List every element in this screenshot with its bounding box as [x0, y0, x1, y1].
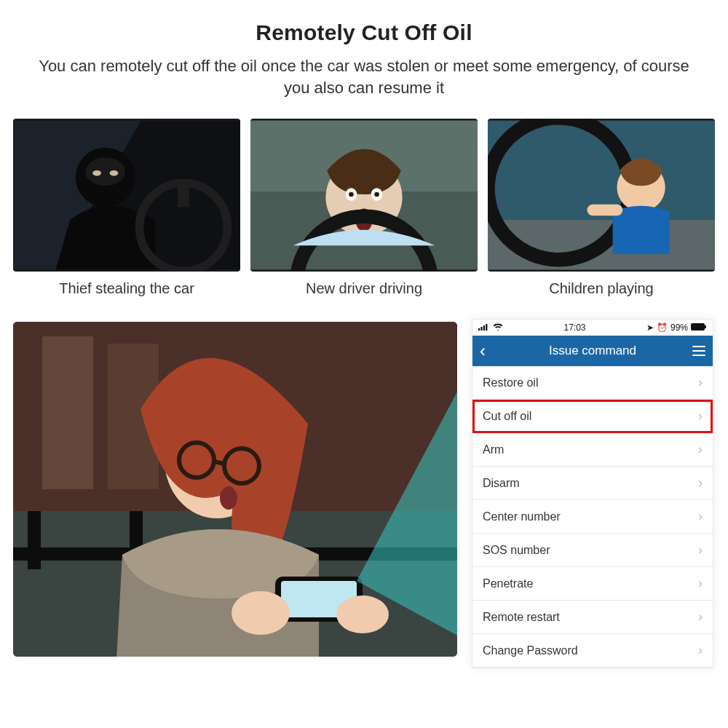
svg-point-34 [220, 486, 237, 510]
scenario-image-children [488, 119, 715, 272]
svg-rect-43 [486, 324, 487, 331]
command-row[interactable]: Remote restart› [472, 601, 713, 634]
command-row[interactable]: Restore oil› [472, 366, 713, 400]
menu-icon[interactable] [692, 346, 705, 356]
command-row[interactable]: Penetrate› [472, 567, 713, 601]
wifi-icon [493, 323, 503, 333]
scenario-card: New driver driving [250, 119, 478, 297]
svg-point-13 [349, 192, 354, 197]
chevron-right-icon: › [698, 609, 703, 625]
chevron-right-icon: › [698, 576, 703, 591]
svg-rect-27 [28, 511, 41, 569]
page-title: Remotely Cut Off Oil [0, 20, 728, 45]
command-label: Restore oil [483, 376, 538, 389]
svg-point-3 [85, 158, 125, 186]
command-label: Penetrate [483, 577, 533, 590]
command-row[interactable]: Change Password› [472, 634, 713, 668]
chevron-right-icon: › [698, 408, 703, 424]
command-list: Restore oil›Cut off oil›Arm›Disarm›Cente… [472, 366, 713, 668]
command-row[interactable]: Cut off oil› [472, 400, 713, 433]
command-row[interactable]: Disarm› [472, 467, 713, 500]
signal-icon [478, 323, 490, 333]
command-row[interactable]: Center number› [472, 500, 713, 534]
scenario-caption: Thief stealing the car [59, 280, 194, 297]
chevron-right-icon: › [698, 542, 703, 558]
scenario-row: Thief stealing the car New dri [0, 98, 728, 297]
svg-point-5 [110, 170, 119, 176]
command-label: Remote restart [483, 611, 560, 624]
svg-rect-7 [178, 186, 189, 207]
svg-point-4 [92, 170, 101, 176]
svg-rect-24 [42, 336, 93, 489]
battery-icon [691, 323, 707, 333]
navbar: ‹ Issue command [472, 336, 713, 366]
svg-point-38 [336, 596, 389, 633]
command-label: Arm [483, 443, 504, 456]
navbar-title: Issue command [549, 344, 636, 358]
battery-pct: 99% [670, 323, 688, 333]
svg-point-37 [232, 591, 290, 635]
svg-rect-21 [587, 205, 623, 216]
scenario-image-thief [13, 119, 240, 272]
svg-rect-40 [478, 328, 480, 331]
command-label: Change Password [483, 644, 578, 657]
svg-line-33 [214, 462, 224, 464]
svg-rect-42 [483, 325, 485, 331]
phone-screenshot: 17:03 ➤ ⏰ 99% ‹ Issue command Restore oi… [472, 319, 713, 668]
command-label: SOS number [483, 544, 550, 557]
scenario-image-new-driver [250, 119, 478, 272]
command-label: Disarm [483, 477, 520, 490]
location-icon: ➤ [646, 323, 654, 333]
back-icon[interactable]: ‹ [480, 342, 486, 360]
scenario-card: Thief stealing the car [13, 119, 240, 297]
command-label: Center number [483, 510, 561, 523]
chevron-right-icon: › [698, 475, 703, 491]
scenario-card: Children playing [488, 119, 715, 297]
command-label: Cut off oil [483, 410, 531, 423]
svg-rect-45 [705, 325, 706, 328]
svg-rect-44 [691, 323, 705, 331]
chevron-right-icon: › [698, 442, 703, 457]
svg-rect-41 [480, 327, 482, 331]
command-row[interactable]: Arm› [472, 433, 713, 467]
page-subtitle: You can remotely cut off the oil once th… [0, 55, 728, 98]
chevron-right-icon: › [698, 375, 703, 390]
hero-image-person-phone [13, 322, 457, 657]
status-bar: 17:03 ➤ ⏰ 99% [472, 320, 713, 336]
status-time: 17:03 [563, 323, 585, 333]
chevron-right-icon: › [698, 643, 703, 658]
command-row[interactable]: SOS number› [472, 534, 713, 567]
scenario-caption: Children playing [549, 280, 653, 297]
scenario-caption: New driver driving [306, 280, 422, 297]
chevron-right-icon: › [698, 509, 703, 524]
alarm-icon: ⏰ [657, 323, 668, 333]
svg-point-14 [374, 192, 379, 197]
